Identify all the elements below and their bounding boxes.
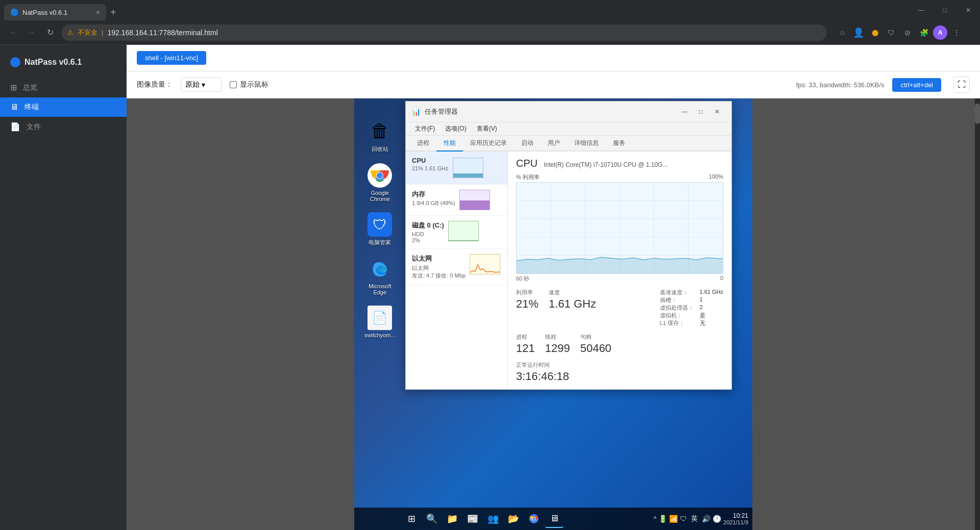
taskbar-widgets-button[interactable]: 📰: [463, 510, 482, 528]
uptime-label: 正常运行时间: [516, 361, 723, 369]
fullscreen-button[interactable]: ⛶: [953, 77, 970, 93]
task-manager-titlebar: 📊 任务管理器 — □ ✕: [406, 102, 731, 122]
menu-button[interactable]: ⋮: [949, 26, 964, 40]
taskbar-start-button[interactable]: ⊞: [402, 510, 421, 528]
sockets-label: 插槽：: [660, 296, 694, 304]
desktop-icon-recycle[interactable]: 🗑 回收站: [368, 119, 392, 153]
extensions-button[interactable]: 🛡: [884, 26, 898, 40]
sidebar-item-terminal[interactable]: 🖥 终端: [0, 97, 127, 117]
search-icon: 🔍: [426, 513, 437, 524]
processes-value: 121: [516, 342, 535, 355]
clock-time: 10:21: [723, 512, 748, 519]
l1-cache-value: 无: [700, 319, 723, 327]
tm-tab-apphistory[interactable]: 应用历史记录: [463, 136, 514, 152]
tm-menu-bar: 文件(F) 选项(O) 查看(V): [406, 122, 731, 136]
extensions-icon[interactable]: 🧩: [917, 26, 931, 40]
profile-icon-1[interactable]: 👤: [851, 26, 866, 40]
tm-tab-performance[interactable]: 性能: [436, 136, 463, 152]
tm-tab-processes[interactable]: 进程: [410, 136, 436, 152]
tm-menu-file[interactable]: 文件(F): [410, 122, 440, 135]
disk-resource-sub: HDD2%: [412, 231, 444, 243]
ad-block-button[interactable]: ⊘: [900, 26, 915, 40]
bookmark-button[interactable]: ☆: [835, 26, 849, 40]
taskbar-folder-button[interactable]: 📂: [504, 510, 523, 528]
security-warning-text: 不安全: [78, 28, 97, 37]
taskbar-language[interactable]: 英: [689, 513, 700, 524]
nav-forward-button[interactable]: →: [24, 26, 39, 40]
desktop-icon-switchyomega[interactable]: 📄 switchyom...: [364, 306, 396, 338]
tm-tab-users[interactable]: 用户: [541, 136, 567, 152]
desktop-icon-chrome[interactable]: GoogleChrome: [368, 163, 392, 202]
tm-resource-network[interactable]: 以太网 以太网发送: 4.7 接收: 0 Mbp: [406, 249, 507, 285]
active-tab[interactable]: 🔵 NatPass v0.6.1 ×: [4, 4, 106, 20]
tm-maximize-button[interactable]: □: [693, 106, 709, 118]
tm-menu-options[interactable]: 选项(O): [440, 122, 471, 135]
browser-frame: 🔵 NatPass v0.6.1 × + — □ ✕ ← → ↻ ⚠ 不安全 |…: [0, 0, 980, 530]
window-minimize-button[interactable]: —: [910, 0, 933, 20]
address-bar[interactable]: ⚠ 不安全 | 192.168.164.11:7788/terminal.htm…: [61, 24, 827, 41]
svg-marker-14: [517, 257, 723, 273]
tm-icon: 📊: [412, 108, 421, 116]
desktop-icon-edge[interactable]: MicrosoftEdge: [368, 257, 392, 295]
taskbar-search-button[interactable]: 🔍: [423, 510, 441, 528]
nav-reload-button[interactable]: ↻: [43, 26, 57, 40]
shell-tab-button[interactable]: shell - [win11-vnc]: [137, 51, 206, 65]
tm-resource-cpu[interactable]: CPU 21% 1.61 GHz: [406, 152, 507, 185]
vnc-toolbar: 图像质量： 原始 ▾ 显示鼠标 fps: 33, bandwidth: 536.…: [127, 71, 980, 98]
tm-resource-memory[interactable]: 内存 1.9/4.0 GB (48%): [406, 185, 507, 216]
tm-resource-disk[interactable]: 磁盘 0 (C:) HDD2%: [406, 216, 507, 249]
sidebar-item-overview[interactable]: ⊞ 总览: [0, 78, 127, 97]
cpu-graph-container: % 利用率 100%: [516, 173, 723, 283]
speed-value: 1.61 GHz: [549, 297, 596, 311]
tm-close-button[interactable]: ✕: [709, 106, 725, 118]
show-cursor-checkbox[interactable]: [230, 81, 237, 88]
taskbar-active-button[interactable]: 🖥: [545, 510, 564, 528]
win11-desktop[interactable]: 🗑 回收站: [354, 98, 752, 530]
content-tab-strip: shell - [win11-vnc]: [127, 45, 980, 71]
window-close-button[interactable]: ✕: [957, 0, 980, 20]
window-maximize-button[interactable]: □: [933, 0, 957, 20]
stat-speed: 速度 1.61 GHz: [549, 289, 596, 327]
desktop-icon-security[interactable]: 🛡 电脑管家: [368, 212, 392, 246]
sidebar-item-files[interactable]: 📄 文件: [0, 117, 127, 137]
vnc-display[interactable]: 🗑 回收站: [127, 98, 980, 530]
nav-back-button[interactable]: ←: [6, 26, 20, 40]
tm-minimize-button[interactable]: —: [676, 106, 693, 118]
show-cursor-container: 显示鼠标: [230, 80, 268, 89]
tm-tab-services[interactable]: 服务: [606, 136, 632, 152]
user-avatar-button[interactable]: A: [933, 26, 947, 40]
tm-menu-view[interactable]: 查看(V): [472, 122, 502, 135]
taskbar-file-explorer-button[interactable]: 📁: [443, 510, 461, 528]
tm-tab-details[interactable]: 详细信息: [567, 136, 606, 152]
start-icon: ⊞: [408, 513, 415, 524]
cpu-usage-graph: [516, 182, 723, 274]
graph-y-max: 100%: [709, 173, 723, 181]
stat-utilization: 利用率 21%: [516, 289, 538, 327]
tm-tab-startup[interactable]: 启动: [514, 136, 541, 152]
tab-close-button[interactable]: ×: [96, 8, 100, 16]
vnc-scrollbar[interactable]: [975, 98, 980, 530]
cpu-resource-sub: 21% 1.61 GHz: [412, 165, 449, 171]
cpu-title: CPU: [516, 158, 537, 169]
ctrl-alt-del-button[interactable]: ctrl+alt+del: [892, 78, 941, 92]
tab-title: NatPass v0.6.1: [22, 9, 92, 16]
base-speed-label: 基准速度：: [660, 289, 694, 296]
recycle-bin-label: 回收站: [372, 145, 388, 153]
new-tab-button[interactable]: +: [110, 7, 116, 18]
active-app-icon: 🖥: [550, 513, 559, 524]
taskbar-clock[interactable]: 10:21 2021/11/9: [723, 512, 748, 525]
vm-label: 虚拟机：: [660, 312, 694, 319]
taskbar-chrome-button[interactable]: [525, 510, 543, 528]
taskbar-chevron[interactable]: ^: [653, 515, 656, 522]
sidebar-item-terminal-label: 终端: [24, 103, 39, 112]
virt-proc-value: 2: [700, 304, 723, 312]
net-resource-sub: 以太网发送: 4.7 接收: 0 Mbp: [412, 264, 465, 280]
taskbar-teams-button[interactable]: 👥: [484, 510, 502, 528]
sockets-value: 1: [700, 296, 723, 304]
profile-icon-2[interactable]: ⬤: [868, 26, 882, 40]
tm-body: CPU 21% 1.61 GHz: [406, 152, 731, 389]
scrollbar-thumb[interactable]: [975, 104, 980, 124]
image-quality-select[interactable]: 原始 ▾: [181, 78, 222, 92]
mem-resource-name: 内存: [412, 190, 455, 199]
switchyomega-label: switchyom...: [364, 332, 396, 338]
